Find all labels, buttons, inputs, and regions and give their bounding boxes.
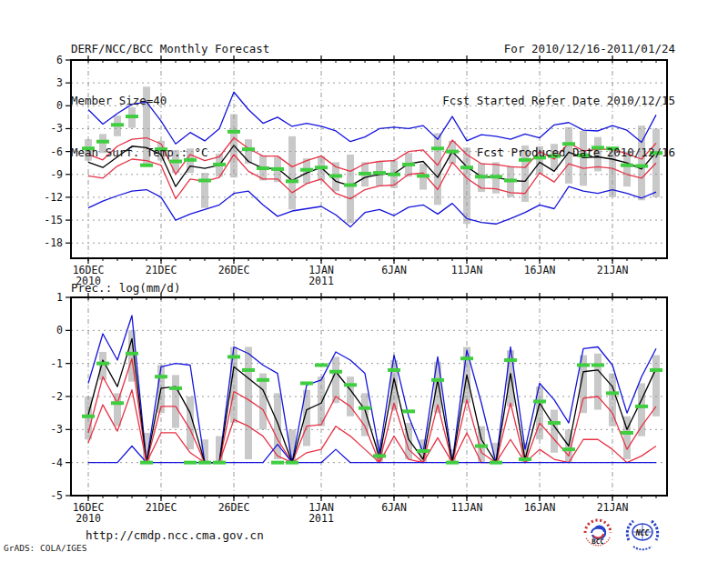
observation-dash xyxy=(300,168,313,172)
observation-dash xyxy=(562,447,575,451)
x-tick-year-label: 2011 xyxy=(308,275,334,287)
observation-dash xyxy=(140,461,153,465)
observation-dash xyxy=(460,356,473,360)
observation-dash xyxy=(242,368,255,372)
observation-dash xyxy=(504,178,517,182)
observation-dash xyxy=(286,179,298,183)
prec-chart: 10-1-2-3-4-516DEC201021DEC26DEC1JAN20116… xyxy=(50,291,667,525)
x-tick-label: 26DEC xyxy=(218,264,250,276)
observation-dash xyxy=(198,461,211,465)
header-right: For 2010/12/16-2011/01/24 Fcst Started R… xyxy=(442,5,675,178)
observation-dash xyxy=(286,461,298,465)
x-tick-label: 16JAN xyxy=(524,264,556,276)
observation-dash xyxy=(373,454,386,457)
x-tick-label: 6JAN xyxy=(381,501,407,514)
spread-bar xyxy=(594,354,602,410)
y-tick-label: -12 xyxy=(44,191,63,204)
fcst-produced-date-label: Fcst Produced Date 2010/12/16 xyxy=(442,144,675,161)
observation-dash xyxy=(388,173,400,176)
observation-dash xyxy=(402,163,415,166)
observation-dash xyxy=(650,368,662,372)
observation-dash xyxy=(446,461,459,465)
observation-dash xyxy=(533,399,546,403)
x-tick-label: 11JAN xyxy=(451,264,483,276)
spread-bar xyxy=(288,136,296,209)
spread-bar xyxy=(274,393,281,459)
spread-bar xyxy=(434,133,441,205)
spread-bar xyxy=(638,383,645,436)
spread-bar xyxy=(347,155,354,223)
y-tick-label: -9 xyxy=(50,168,63,181)
observation-dash xyxy=(417,449,430,453)
observation-dash xyxy=(548,421,561,425)
source-url-text: http://cmdp.ncc.cma.gov.cn xyxy=(86,528,264,542)
prec-chart-title: Prec.: log(mm/d) xyxy=(71,281,180,295)
observation-dash xyxy=(359,406,371,410)
observation-dash xyxy=(635,405,648,408)
agency-logos: BCC NCC xyxy=(573,509,673,559)
spread-bar xyxy=(172,375,179,427)
grads-credit: GrADS: COLA/IGES xyxy=(4,543,87,553)
observation-dash xyxy=(329,370,342,374)
observation-dash xyxy=(111,401,124,405)
x-tick-label: 16JAN xyxy=(524,501,556,514)
observation-dash xyxy=(329,174,342,177)
x-tick-label: 6JAN xyxy=(381,264,407,276)
observation-dash xyxy=(198,178,211,182)
observation-dash xyxy=(155,375,167,378)
observation-dash xyxy=(82,415,95,418)
member-size-label: Member Size=40 xyxy=(71,92,269,109)
y-tick-label: -3 xyxy=(50,423,63,436)
observation-dash xyxy=(402,409,415,413)
observation-dash xyxy=(592,363,604,366)
x-tick-label: 21DEC xyxy=(146,264,177,276)
y-tick-label: -4 xyxy=(50,457,63,469)
observation-dash xyxy=(606,391,619,395)
y-tick-label: 0 xyxy=(56,99,63,112)
observation-dash xyxy=(373,171,386,175)
observation-dash xyxy=(621,431,633,435)
observation-dash xyxy=(126,352,138,356)
x-tick-label: 11JAN xyxy=(451,501,483,514)
ncc-logo-label: NCC xyxy=(635,529,650,537)
y-tick-label: -18 xyxy=(44,236,63,249)
y-tick-label: -1 xyxy=(50,357,63,370)
y-tick-label: -6 xyxy=(50,146,63,158)
observation-dash xyxy=(344,184,357,187)
observation-dash xyxy=(504,358,517,362)
observation-dash xyxy=(228,355,240,358)
observation-dash xyxy=(300,381,313,385)
header-left: DERF/NCC/BCC Monthly Forecast Member Siz… xyxy=(71,5,269,178)
y-tick-label: 1 xyxy=(56,291,63,304)
observation-dash xyxy=(184,461,197,465)
y-tick-label: -5 xyxy=(50,489,63,502)
observation-dash xyxy=(475,445,488,448)
y-tick-label: -3 xyxy=(50,122,63,135)
ncc-logo: NCC xyxy=(625,517,660,551)
x-tick-label: 21DEC xyxy=(146,501,177,514)
observation-dash xyxy=(417,174,430,177)
report-title: DERF/NCC/BCC Monthly Forecast xyxy=(71,40,269,57)
bcc-logo-label: BCC xyxy=(592,537,604,546)
observation-dash xyxy=(344,383,357,386)
observation-dash xyxy=(271,461,284,465)
observation-dash xyxy=(271,167,284,171)
temp-chart-title: Mean Surf. Temp.: °C xyxy=(71,144,269,161)
observation-dash xyxy=(359,172,371,176)
fcst-refer-date-label: Fcst Started Refer Date 2010/12/15 xyxy=(442,92,675,109)
y-tick-label: -2 xyxy=(50,390,63,403)
observation-dash xyxy=(96,362,109,366)
y-tick-label: 3 xyxy=(56,76,63,89)
observation-dash xyxy=(431,378,444,382)
y-tick-label: 6 xyxy=(56,54,63,66)
observation-marks xyxy=(82,352,662,465)
x-tick-year-label: 2011 xyxy=(308,512,334,525)
spread-bar xyxy=(551,410,558,453)
x-tick-label: 26DEC xyxy=(218,501,250,514)
forecast-range-label: For 2010/12/16-2011/01/24 xyxy=(442,40,675,57)
x-tick-year-label: 2010 xyxy=(76,512,101,525)
observation-dash xyxy=(577,363,590,366)
observation-dash xyxy=(169,386,182,390)
observation-dash xyxy=(315,166,328,169)
observation-dash xyxy=(257,378,269,382)
